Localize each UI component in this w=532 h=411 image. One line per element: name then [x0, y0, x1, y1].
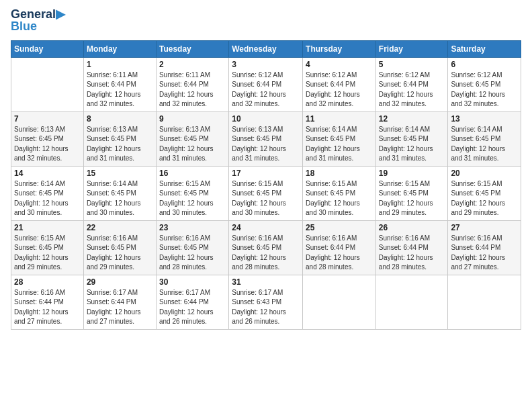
day-number: 10 [232, 114, 300, 124]
calendar-cell-w3-d3: 24Sunrise: 6:16 AM Sunset: 6:45 PM Dayli… [229, 220, 303, 275]
calendar-cell-w0-d3: 3Sunrise: 6:12 AM Sunset: 6:44 PM Daylig… [229, 57, 303, 111]
calendar-cell-w4-d0: 28Sunrise: 6:16 AM Sunset: 6:44 PM Dayli… [11, 275, 84, 329]
calendar-cell-w0-d1: 1Sunrise: 6:11 AM Sunset: 6:44 PM Daylig… [83, 57, 156, 111]
calendar-cell-w4-d3: 31Sunrise: 6:17 AM Sunset: 6:43 PM Dayli… [229, 275, 303, 329]
day-number: 18 [306, 169, 373, 178]
day-info: Sunrise: 6:17 AM Sunset: 6:43 PM Dayligh… [232, 288, 300, 327]
calendar-cell-w2-d3: 17Sunrise: 6:15 AM Sunset: 6:45 PM Dayli… [229, 166, 303, 220]
day-info: Sunrise: 6:14 AM Sunset: 6:45 PM Dayligh… [306, 125, 373, 164]
calendar-cell-w4-d1: 29Sunrise: 6:17 AM Sunset: 6:44 PM Dayli… [83, 275, 156, 329]
day-number: 28 [14, 277, 81, 287]
calendar-cell-w3-d5: 26Sunrise: 6:16 AM Sunset: 6:44 PM Dayli… [375, 220, 448, 275]
day-info: Sunrise: 6:14 AM Sunset: 6:45 PM Dayligh… [14, 179, 81, 218]
day-info: Sunrise: 6:13 AM Sunset: 6:45 PM Dayligh… [87, 125, 153, 164]
calendar-table: SundayMondayTuesdayWednesdayThursdayFrid… [11, 40, 521, 330]
calendar-cell-w3-d0: 21Sunrise: 6:15 AM Sunset: 6:45 PM Dayli… [11, 220, 84, 275]
calendar-cell-w0-d4: 4Sunrise: 6:12 AM Sunset: 6:44 PM Daylig… [303, 57, 376, 111]
logo: General▶ Blue [11, 8, 65, 34]
day-number: 13 [451, 114, 518, 124]
weekday-header-wednesday: Wednesday [229, 40, 303, 57]
day-number: 5 [379, 60, 445, 69]
day-number: 21 [14, 223, 81, 232]
weekday-header-saturday: Saturday [448, 40, 521, 57]
calendar-cell-w1-d3: 10Sunrise: 6:13 AM Sunset: 6:45 PM Dayli… [229, 111, 303, 166]
calendar-cell-w3-d2: 23Sunrise: 6:16 AM Sunset: 6:45 PM Dayli… [156, 220, 228, 275]
day-info: Sunrise: 6:14 AM Sunset: 6:45 PM Dayligh… [379, 125, 445, 164]
day-info: Sunrise: 6:13 AM Sunset: 6:45 PM Dayligh… [14, 125, 81, 164]
weekday-header-thursday: Thursday [303, 40, 376, 57]
day-number: 11 [306, 114, 373, 124]
calendar-cell-w1-d2: 9Sunrise: 6:13 AM Sunset: 6:45 PM Daylig… [156, 111, 228, 166]
day-number: 1 [87, 60, 153, 69]
calendar-cell-w4-d5 [375, 275, 448, 329]
day-info: Sunrise: 6:14 AM Sunset: 6:45 PM Dayligh… [451, 125, 518, 164]
calendar-cell-w0-d0 [11, 57, 84, 111]
calendar-cell-w3-d4: 25Sunrise: 6:16 AM Sunset: 6:44 PM Dayli… [303, 220, 376, 275]
day-number: 22 [87, 223, 153, 232]
calendar-cell-w1-d4: 11Sunrise: 6:14 AM Sunset: 6:45 PM Dayli… [303, 111, 376, 166]
day-info: Sunrise: 6:13 AM Sunset: 6:45 PM Dayligh… [159, 125, 226, 164]
day-info: Sunrise: 6:12 AM Sunset: 6:44 PM Dayligh… [306, 71, 373, 109]
day-number: 7 [14, 114, 81, 124]
day-info: Sunrise: 6:11 AM Sunset: 6:44 PM Dayligh… [87, 71, 153, 109]
calendar-cell-w1-d6: 13Sunrise: 6:14 AM Sunset: 6:45 PM Dayli… [448, 111, 521, 166]
header: General▶ Blue [11, 8, 521, 34]
day-info: Sunrise: 6:17 AM Sunset: 6:44 PM Dayligh… [159, 288, 226, 327]
day-info: Sunrise: 6:16 AM Sunset: 6:45 PM Dayligh… [159, 234, 226, 273]
calendar-cell-w4-d2: 30Sunrise: 6:17 AM Sunset: 6:44 PM Dayli… [156, 275, 228, 329]
day-number: 6 [451, 60, 518, 69]
day-info: Sunrise: 6:16 AM Sunset: 6:45 PM Dayligh… [87, 234, 153, 273]
day-info: Sunrise: 6:17 AM Sunset: 6:44 PM Dayligh… [87, 288, 153, 327]
calendar-cell-w1-d1: 8Sunrise: 6:13 AM Sunset: 6:45 PM Daylig… [83, 111, 156, 166]
day-number: 17 [232, 169, 300, 178]
calendar-cell-w3-d6: 27Sunrise: 6:16 AM Sunset: 6:44 PM Dayli… [448, 220, 521, 275]
day-info: Sunrise: 6:16 AM Sunset: 6:44 PM Dayligh… [14, 288, 81, 327]
day-number: 12 [379, 114, 445, 124]
day-number: 4 [306, 60, 373, 69]
weekday-header-tuesday: Tuesday [156, 40, 228, 57]
day-number: 8 [87, 114, 153, 124]
day-info: Sunrise: 6:16 AM Sunset: 6:45 PM Dayligh… [232, 234, 300, 273]
calendar-cell-w4-d4 [303, 275, 376, 329]
page: General▶ Blue SundayMondayTuesdayWednesd… [0, 0, 532, 335]
day-number: 30 [159, 277, 226, 287]
day-number: 14 [14, 169, 81, 178]
day-info: Sunrise: 6:16 AM Sunset: 6:44 PM Dayligh… [451, 234, 518, 273]
day-number: 23 [159, 223, 226, 232]
calendar-cell-w2-d1: 15Sunrise: 6:14 AM Sunset: 6:45 PM Dayli… [83, 166, 156, 220]
day-info: Sunrise: 6:12 AM Sunset: 6:44 PM Dayligh… [379, 71, 445, 109]
day-number: 15 [87, 169, 153, 178]
calendar-cell-w1-d0: 7Sunrise: 6:13 AM Sunset: 6:45 PM Daylig… [11, 111, 84, 166]
calendar-cell-w2-d4: 18Sunrise: 6:15 AM Sunset: 6:45 PM Dayli… [303, 166, 376, 220]
day-number: 24 [232, 223, 300, 232]
day-number: 20 [451, 169, 518, 178]
day-number: 31 [232, 277, 300, 287]
calendar-cell-w2-d0: 14Sunrise: 6:14 AM Sunset: 6:45 PM Dayli… [11, 166, 84, 220]
day-number: 26 [379, 223, 445, 232]
weekday-header-friday: Friday [375, 40, 448, 57]
day-number: 16 [159, 169, 226, 178]
calendar-cell-w1-d5: 12Sunrise: 6:14 AM Sunset: 6:45 PM Dayli… [375, 111, 448, 166]
day-info: Sunrise: 6:16 AM Sunset: 6:44 PM Dayligh… [379, 234, 445, 273]
calendar-cell-w0-d2: 2Sunrise: 6:11 AM Sunset: 6:44 PM Daylig… [156, 57, 228, 111]
logo-blue: Blue [11, 20, 65, 34]
weekday-header-sunday: Sunday [11, 40, 84, 57]
day-info: Sunrise: 6:15 AM Sunset: 6:45 PM Dayligh… [14, 234, 81, 273]
day-number: 29 [87, 277, 153, 287]
calendar-cell-w4-d6 [448, 275, 521, 329]
day-number: 19 [379, 169, 445, 178]
calendar-cell-w0-d5: 5Sunrise: 6:12 AM Sunset: 6:44 PM Daylig… [375, 57, 448, 111]
calendar-cell-w2-d6: 20Sunrise: 6:15 AM Sunset: 6:45 PM Dayli… [448, 166, 521, 220]
day-info: Sunrise: 6:15 AM Sunset: 6:45 PM Dayligh… [232, 179, 300, 218]
day-info: Sunrise: 6:12 AM Sunset: 6:45 PM Dayligh… [451, 71, 518, 109]
calendar-cell-w2-d2: 16Sunrise: 6:15 AM Sunset: 6:45 PM Dayli… [156, 166, 228, 220]
day-number: 3 [232, 60, 300, 69]
day-info: Sunrise: 6:14 AM Sunset: 6:45 PM Dayligh… [87, 179, 153, 218]
day-info: Sunrise: 6:15 AM Sunset: 6:45 PM Dayligh… [451, 179, 518, 218]
day-info: Sunrise: 6:12 AM Sunset: 6:44 PM Dayligh… [232, 71, 300, 109]
calendar-cell-w2-d5: 19Sunrise: 6:15 AM Sunset: 6:45 PM Dayli… [375, 166, 448, 220]
day-number: 2 [159, 60, 226, 69]
calendar-cell-w0-d6: 6Sunrise: 6:12 AM Sunset: 6:45 PM Daylig… [448, 57, 521, 111]
day-info: Sunrise: 6:15 AM Sunset: 6:45 PM Dayligh… [379, 179, 445, 218]
calendar-cell-w3-d1: 22Sunrise: 6:16 AM Sunset: 6:45 PM Dayli… [83, 220, 156, 275]
